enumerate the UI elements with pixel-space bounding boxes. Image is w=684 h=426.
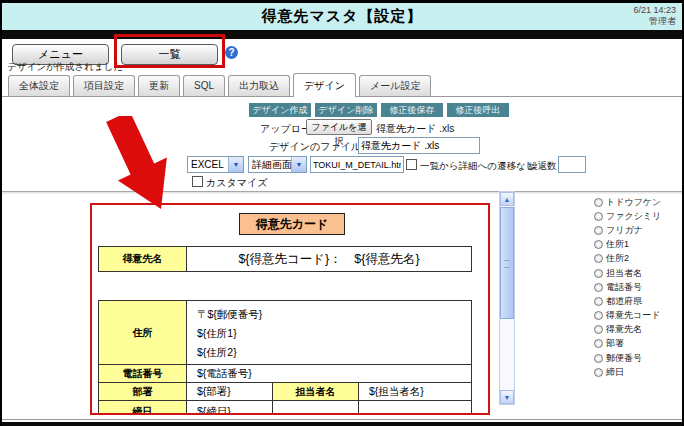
card-closing-date-row: 締日 ${締日}: [99, 401, 471, 415]
radio-icon[interactable]: [594, 212, 603, 221]
radio-icon[interactable]: [594, 311, 603, 320]
field-radio-item[interactable]: 都道府県: [594, 294, 661, 308]
card-name-value: ${得意先コード}： ${得意先名}: [187, 247, 471, 271]
save-after-edit-button[interactable]: 修正後保存: [381, 103, 443, 117]
radio-icon[interactable]: [594, 325, 603, 334]
card-department-value: ${部署}: [187, 383, 273, 400]
card-postal-line: 〒${郵便番号}: [197, 305, 471, 324]
bottom-black-bar: [2, 422, 682, 426]
no-transition-label: 一覧から詳細への遷移なし: [420, 160, 535, 173]
header-datetime: 6/21 14:23: [633, 5, 676, 16]
help-icon[interactable]: ?: [225, 46, 238, 59]
header-separator-bar: [2, 30, 682, 39]
card-name-label: 得意先名: [99, 247, 187, 271]
card-address-value: 〒${郵便番号} ${住所1} ${住所2}: [187, 301, 471, 364]
field-radio-label: 締日: [606, 366, 624, 379]
card-contact-value: ${担当者名}: [359, 383, 471, 400]
radio-icon[interactable]: [594, 269, 603, 278]
repeat-count-label: 繰返数: [528, 160, 557, 173]
detail-html-input[interactable]: [310, 156, 404, 173]
design-actions-row: デザイン作成 デザイン削除 修正後保存 修正後呼出: [249, 103, 509, 117]
card-contact-label: 担当者名: [273, 383, 359, 400]
format-select[interactable]: EXCEL ▼: [187, 156, 244, 173]
field-radio-label: ファクシミリ: [606, 210, 661, 223]
list-button[interactable]: 一覧: [121, 44, 218, 65]
card-closing-date-value: ${締日}: [187, 401, 273, 415]
field-radio-label: 都道府県: [606, 295, 642, 308]
card-empty-cell: [273, 401, 359, 415]
radio-icon[interactable]: [594, 297, 603, 306]
field-radio-label: 部署: [606, 337, 624, 350]
field-radio-list: トドウフケン ファクシミリ フリガナ 住所1 住所2 担当者名 電話番号 都道府…: [594, 195, 661, 379]
radio-icon[interactable]: [594, 240, 603, 249]
customize-label: カスタマイズ: [206, 176, 267, 190]
tab-mail-settings[interactable]: メール設定: [359, 75, 431, 96]
header-user: 管理者: [633, 16, 676, 27]
tab-item-settings[interactable]: 項目設定: [73, 75, 135, 96]
field-radio-item[interactable]: 郵便番号: [594, 351, 661, 365]
field-radio-item[interactable]: 担当者名: [594, 266, 661, 280]
field-radio-item[interactable]: 得意先名: [594, 323, 661, 337]
title-bar: 得意先マスタ【設定】 6/21 14:23 管理者: [2, 3, 682, 30]
scrollbar-thumb[interactable]: [500, 207, 514, 319]
field-radio-item[interactable]: 住所1: [594, 238, 661, 252]
field-radio-item[interactable]: 電話番号: [594, 280, 661, 294]
field-radio-item[interactable]: 部署: [594, 337, 661, 351]
card-phone-label: 電話番号: [99, 365, 187, 382]
recall-after-edit-button[interactable]: 修正後呼出: [447, 103, 509, 117]
field-radio-label: トドウフケン: [606, 196, 661, 209]
field-radio-label: 住所2: [606, 252, 629, 265]
delete-design-button[interactable]: デザイン削除: [315, 103, 377, 117]
scroll-up-icon[interactable]: ▲: [500, 192, 514, 206]
preview-scrollbar[interactable]: ▲ ▼: [499, 191, 515, 405]
customize-checkbox[interactable]: [192, 176, 203, 187]
screen-select-value: 詳細画面: [249, 158, 291, 172]
field-radio-item[interactable]: ファクシミリ: [594, 209, 661, 223]
tab-bar: 全体設定 項目設定 更新 SQL 出力取込 デザイン メール設定: [2, 73, 682, 97]
card-department-row: 部署 ${部署} 担当者名 ${担当者名}: [99, 383, 471, 401]
tab-update[interactable]: 更新: [138, 75, 180, 96]
radio-icon[interactable]: [594, 339, 603, 348]
field-radio-label: 担当者名: [606, 267, 642, 280]
tab-overall-settings[interactable]: 全体設定: [8, 75, 70, 96]
design-file-input[interactable]: [358, 137, 480, 154]
header-info: 6/21 14:23 管理者: [633, 5, 676, 27]
card-phone-row: 電話番号 ${電話番号}: [99, 365, 471, 383]
field-radio-label: 郵便番号: [606, 352, 642, 365]
radio-icon[interactable]: [594, 368, 603, 377]
create-design-button[interactable]: デザイン作成: [249, 103, 311, 117]
card-address-label: 住所: [99, 301, 187, 364]
card-empty-cell: [359, 401, 471, 415]
tab-output-import[interactable]: 出力取込: [228, 75, 290, 96]
radio-icon[interactable]: [594, 354, 603, 363]
card-address1-line: ${住所1}: [197, 324, 471, 343]
field-radio-item[interactable]: 得意先コード: [594, 309, 661, 323]
field-radio-item[interactable]: 締日: [594, 365, 661, 379]
no-transition-checkbox[interactable]: [406, 159, 417, 170]
chevron-down-icon: ▼: [291, 157, 306, 172]
tab-sql[interactable]: SQL: [183, 75, 225, 96]
card-design-preview: 得意先カード 得意先名 ${得意先コード}： ${得意先名} 住所 〒${郵便番…: [90, 203, 490, 415]
card-name-row: 得意先名 ${得意先コード}： ${得意先名}: [98, 246, 472, 272]
radio-icon[interactable]: [594, 254, 603, 263]
page-title: 得意先マスタ【設定】: [2, 3, 682, 29]
field-radio-item[interactable]: トドウフケン: [594, 195, 661, 209]
card-detail-table: 住所 〒${郵便番号} ${住所1} ${住所2} 電話番号 ${電話番号} 部…: [98, 300, 472, 415]
card-address-row: 住所 〒${郵便番号} ${住所1} ${住所2}: [99, 301, 471, 365]
field-radio-item[interactable]: 住所2: [594, 252, 661, 266]
uploaded-file-name: 得意先カード .xls: [376, 122, 454, 136]
repeat-count-input[interactable]: [558, 156, 586, 173]
field-radio-label: 得意先コード: [606, 309, 660, 322]
radio-icon[interactable]: [594, 283, 603, 292]
card-phone-value: ${電話番号}: [187, 365, 471, 382]
format-select-value: EXCEL: [188, 159, 228, 170]
radio-icon[interactable]: [594, 198, 603, 207]
tab-design[interactable]: デザイン: [293, 73, 356, 97]
field-radio-item[interactable]: フリガナ: [594, 223, 661, 237]
field-radio-label: 住所1: [606, 238, 629, 251]
choose-file-button[interactable]: ファイルを選択: [306, 119, 372, 135]
scroll-down-icon[interactable]: ▼: [500, 390, 514, 404]
radio-icon[interactable]: [594, 226, 603, 235]
field-radio-label: 電話番号: [606, 281, 642, 294]
screen-select[interactable]: 詳細画面 ▼: [248, 156, 307, 173]
